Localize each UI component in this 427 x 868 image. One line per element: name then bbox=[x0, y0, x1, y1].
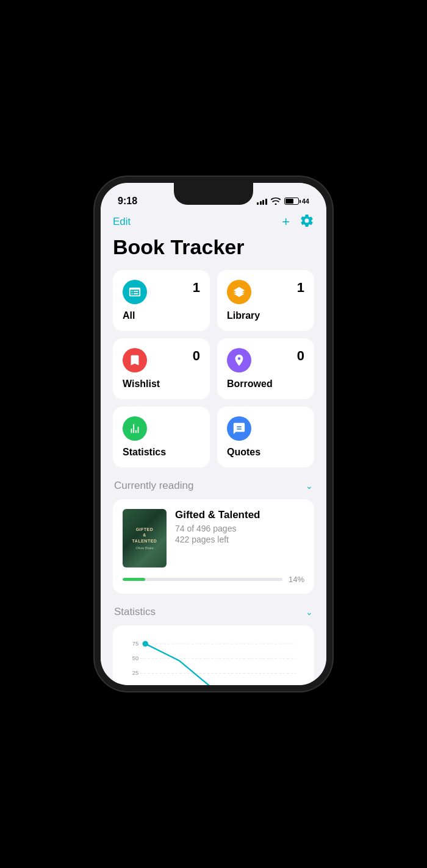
progress-bar-fill bbox=[123, 578, 145, 581]
currently-reading-title: Currently reading bbox=[114, 480, 193, 492]
progress-bar-background bbox=[123, 578, 282, 581]
phone-screen[interactable]: 9:18 44 bbox=[101, 183, 326, 685]
progress-percent: 14% bbox=[289, 575, 304, 584]
book-cover-author: Olivie Blake bbox=[135, 546, 153, 550]
signal-icon bbox=[257, 197, 267, 205]
card-library[interactable]: 1 Library bbox=[217, 270, 314, 331]
notch bbox=[174, 183, 253, 205]
book-pages-left: 422 pages left bbox=[175, 535, 304, 544]
borrowed-icon bbox=[227, 348, 251, 372]
statistics-card[interactable]: 75 50 25 0 bbox=[113, 625, 314, 685]
phone-frame: 9:18 44 bbox=[95, 177, 332, 691]
currently-reading-header: Currently reading ⌄ bbox=[113, 480, 314, 492]
book-info: Gifted & Talented 74 of 496 pages 422 pa… bbox=[175, 509, 304, 567]
borrowed-label: Borrowed bbox=[227, 379, 304, 390]
wifi-icon bbox=[271, 197, 281, 205]
library-count: 1 bbox=[297, 280, 304, 296]
chart-area: 75 50 25 0 bbox=[123, 635, 304, 685]
reading-card[interactable]: GIFTED&TALENTED Olivie Blake Gifted & Ta… bbox=[113, 499, 314, 594]
book-row: GIFTED&TALENTED Olivie Blake Gifted & Ta… bbox=[123, 509, 304, 567]
card-statistics[interactable]: Statistics bbox=[113, 407, 210, 468]
status-icons: 44 bbox=[257, 197, 309, 205]
borrowed-count: 0 bbox=[297, 348, 304, 364]
library-label: Library bbox=[227, 310, 304, 321]
svg-text:50: 50 bbox=[132, 655, 138, 661]
svg-text:75: 75 bbox=[132, 641, 138, 647]
statistics-icon bbox=[123, 416, 147, 441]
gear-icon bbox=[300, 213, 314, 228]
library-icon bbox=[227, 280, 251, 304]
card-all[interactable]: 1 All bbox=[113, 270, 210, 331]
add-button[interactable]: + bbox=[282, 215, 290, 229]
wishlist-label: Wishlist bbox=[123, 379, 200, 390]
header-icons: + bbox=[282, 213, 314, 230]
statistics-label: Statistics bbox=[123, 447, 200, 458]
card-wishlist[interactable]: 0 Wishlist bbox=[113, 338, 210, 399]
all-count: 1 bbox=[193, 280, 200, 296]
header-row: Edit + bbox=[113, 213, 314, 230]
statistics-chevron[interactable]: ⌄ bbox=[306, 607, 313, 617]
page-title: Book Tracker bbox=[113, 235, 314, 259]
statistics-chart: 75 50 25 0 bbox=[123, 635, 304, 685]
status-time: 9:18 bbox=[118, 196, 137, 207]
currently-reading-chevron[interactable]: ⌄ bbox=[306, 481, 313, 491]
card-quotes[interactable]: Quotes bbox=[217, 407, 314, 468]
statistics-title: Statistics bbox=[114, 606, 156, 618]
wishlist-count: 0 bbox=[193, 348, 200, 364]
svg-text:25: 25 bbox=[132, 670, 138, 676]
quotes-icon bbox=[227, 416, 251, 441]
statistics-section-header: Statistics ⌄ bbox=[113, 606, 314, 618]
book-cover-title: GIFTED&TALENTED bbox=[132, 527, 157, 543]
wishlist-icon bbox=[123, 348, 147, 372]
all-label: All bbox=[123, 310, 200, 321]
book-title: Gifted & Talented bbox=[175, 509, 304, 521]
card-borrowed[interactable]: 0 Borrowed bbox=[217, 338, 314, 399]
book-cover: GIFTED&TALENTED Olivie Blake bbox=[123, 509, 167, 567]
book-pages-text: 74 of 496 pages bbox=[175, 524, 304, 533]
progress-row: 14% bbox=[123, 575, 304, 584]
edit-button[interactable]: Edit bbox=[113, 216, 131, 228]
quotes-label: Quotes bbox=[227, 447, 304, 458]
cards-grid: 1 All 1 Library bbox=[113, 270, 314, 468]
all-icon bbox=[123, 280, 147, 304]
battery-icon: 44 bbox=[284, 197, 309, 205]
svg-point-9 bbox=[143, 641, 148, 646]
settings-button[interactable] bbox=[300, 213, 314, 230]
main-content: Edit + Book Tracker bbox=[101, 213, 326, 685]
